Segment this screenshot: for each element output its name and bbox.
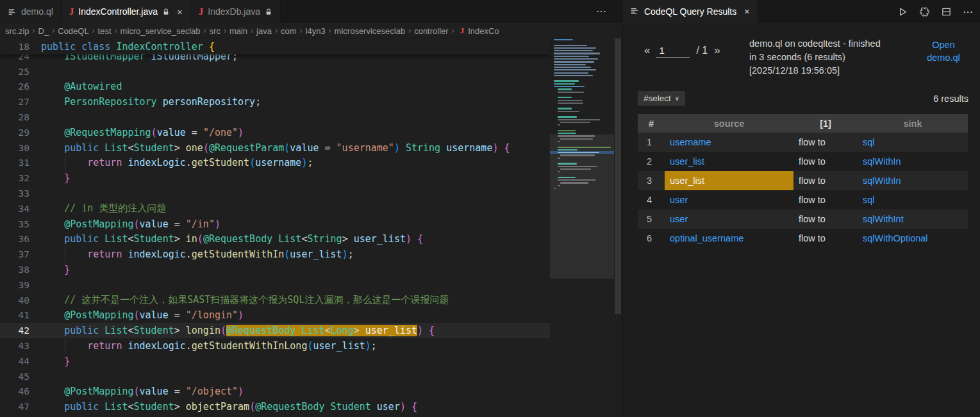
breadcrumb-item[interactable]: CodeQL	[56, 26, 90, 36]
line-number[interactable]: 35	[0, 219, 29, 229]
sink-link[interactable]: sql	[863, 137, 875, 147]
code-line-40[interactable]: 40 // 这并不是一个注入，如果SAST扫描器将这个报为SQL注入漏洞，那么这…	[0, 293, 550, 308]
code-line-39[interactable]: 39	[0, 277, 550, 293]
line-number[interactable]: 36	[0, 234, 29, 244]
code-line-34[interactable]: 34 // in 类型的注入问题	[0, 201, 550, 217]
result-row-5[interactable]: 5userflow tosqlWithInt	[638, 209, 968, 229]
line-number[interactable]: 30	[0, 143, 29, 153]
code-line-44[interactable]: 44 }	[0, 354, 550, 369]
sink-link[interactable]: sql	[863, 195, 875, 205]
tab-indexdb-java[interactable]: JIndexDb.java	[191, 0, 281, 23]
breadcrumb-item[interactable]: test	[97, 26, 113, 36]
breadcrumb-item[interactable]: l4yn3	[304, 26, 327, 36]
code-line-27[interactable]: 27 PersonRepository personRepository;	[0, 94, 550, 110]
result-row-4[interactable]: 4userflow tosql	[638, 190, 968, 209]
code-line-36[interactable]: 36 public List<Student> in(@RequestBody …	[0, 232, 550, 247]
next-page-button[interactable]: »	[714, 44, 720, 57]
close-icon[interactable]: ×	[744, 6, 749, 17]
source-link[interactable]: user_list	[665, 171, 793, 190]
breadcrumb-item[interactable]: microserviceseclab	[333, 26, 407, 36]
code-line-43[interactable]: 43 return indexLogic.getStudentWithInLon…	[0, 338, 550, 354]
minimap[interactable]	[550, 38, 614, 417]
code-line-37[interactable]: 37 return indexLogic.getStudentWithIn(us…	[0, 247, 550, 262]
line-number[interactable]: 28	[0, 112, 29, 122]
run-query-icon[interactable]	[898, 7, 908, 17]
sink-link[interactable]: sqlWithInt	[863, 214, 904, 224]
scrollbar-thumb[interactable]	[615, 38, 621, 314]
page-number-input[interactable]	[656, 44, 690, 58]
breadcrumb-item[interactable]: java	[255, 26, 273, 36]
sink-link[interactable]: sqlWithIn	[863, 176, 901, 186]
line-number[interactable]: 46	[0, 386, 29, 397]
source-link[interactable]: user	[670, 195, 688, 205]
tab-indexcontroller-java[interactable]: JIndexController.java×	[62, 0, 191, 23]
source-link[interactable]: username	[670, 137, 711, 147]
code-editor[interactable]: 24 IStudentMapper iStudentMapper;2526 @A…	[0, 38, 550, 417]
line-number[interactable]: 45	[0, 372, 29, 382]
split-editor-icon[interactable]	[942, 7, 951, 17]
more-actions-icon[interactable]: ⋯	[963, 6, 974, 18]
code-line-47[interactable]: 47 public List<Student> objectParam(@Req…	[0, 399, 550, 414]
code-line-28[interactable]: 28	[0, 110, 550, 125]
line-number[interactable]: 40	[0, 295, 29, 306]
line-number[interactable]: 32	[0, 173, 29, 183]
editor-scrollbar[interactable]	[614, 38, 622, 417]
line-number[interactable]: 33	[0, 188, 29, 199]
breadcrumb-item[interactable]: micro_service_seclab	[119, 26, 202, 36]
code-line-26[interactable]: 26 @Autowired	[0, 79, 550, 95]
line-number[interactable]: 41	[0, 310, 29, 320]
code-line-30[interactable]: 30 public List<Student> one(@RequestPara…	[0, 140, 550, 156]
line-number[interactable]: 18	[0, 42, 29, 52]
result-row-3[interactable]: 3user_listflow tosqlWithIn	[638, 171, 968, 190]
line-number[interactable]: 26	[0, 81, 29, 92]
sink-link[interactable]: sqlWithIn	[863, 156, 901, 167]
code-line-46[interactable]: 46 @PostMapping(value = "/object")	[0, 384, 550, 400]
breadcrumb-file[interactable]: IndexCo	[467, 26, 500, 36]
line-number[interactable]: 42	[0, 325, 29, 336]
minimap-slider[interactable]	[550, 135, 614, 279]
line-number[interactable]: 47	[0, 402, 29, 412]
line-number[interactable]: 43	[0, 341, 29, 351]
code-line-45[interactable]: 45	[0, 369, 550, 384]
code-line-42[interactable]: 42 public List<Student> longin(@RequestB…	[0, 323, 550, 338]
sink-link[interactable]: sqlWithOptional	[863, 233, 928, 243]
prev-page-button[interactable]: «	[644, 44, 650, 57]
tab-demo-ql[interactable]: demo.ql	[0, 0, 62, 23]
code-line-35[interactable]: 35 @PostMapping(value = "/in")	[0, 217, 550, 232]
breadcrumb-item[interactable]: src.zip	[4, 26, 31, 36]
code-line-41[interactable]: 41 @PostMapping(value = "/longin")	[0, 308, 550, 323]
line-number[interactable]: 25	[0, 67, 29, 77]
sticky-scroll-line[interactable]: 18public class IndexController {	[0, 38, 550, 54]
tab-codeql-query-results[interactable]: CodeQL Query Results ×	[622, 0, 757, 23]
line-number[interactable]: 29	[0, 127, 29, 138]
result-set-dropdown[interactable]: #select ∨	[638, 91, 685, 106]
breadcrumb-item[interactable]: src	[208, 26, 222, 36]
code-line-33[interactable]: 33	[0, 186, 550, 201]
line-number[interactable]: 27	[0, 97, 29, 107]
breadcrumb-item[interactable]: controller	[413, 26, 449, 36]
code-line-31[interactable]: 31 return indexLogic.getStudent(username…	[0, 156, 550, 171]
line-number[interactable]: 34	[0, 204, 29, 214]
tab-overflow-button[interactable]: ⋯	[596, 5, 608, 17]
code-line-25[interactable]: 25	[0, 64, 550, 79]
breadcrumb-item[interactable]: com	[279, 26, 298, 36]
code-line-38[interactable]: 38 }	[0, 262, 550, 277]
breadcrumb-item[interactable]: main	[228, 26, 249, 36]
result-row-1[interactable]: 1usernameflow tosql	[638, 133, 968, 152]
line-number[interactable]: 39	[0, 280, 29, 290]
code-line-32[interactable]: 32 }	[0, 170, 550, 186]
source-link[interactable]: user	[670, 214, 688, 224]
close-icon[interactable]: ×	[177, 6, 183, 17]
openai-icon[interactable]	[919, 6, 930, 17]
source-link[interactable]: user_list	[670, 156, 704, 167]
code-line-29[interactable]: 29 @RequestMapping(value = "/one")	[0, 125, 550, 140]
line-number[interactable]: 37	[0, 249, 29, 259]
source-link[interactable]: optinal_username	[670, 233, 743, 243]
result-row-2[interactable]: 2user_listflow tosqlWithIn	[638, 152, 968, 171]
result-row-6[interactable]: 6optinal_usernameflow tosqlWithOptional	[638, 229, 968, 248]
line-number[interactable]: 38	[0, 265, 29, 275]
open-query-link[interactable]: Open demo.ql	[918, 38, 968, 64]
line-number[interactable]: 44	[0, 356, 29, 366]
breadcrumb-item[interactable]: D_	[37, 26, 51, 36]
line-number[interactable]: 31	[0, 158, 29, 168]
